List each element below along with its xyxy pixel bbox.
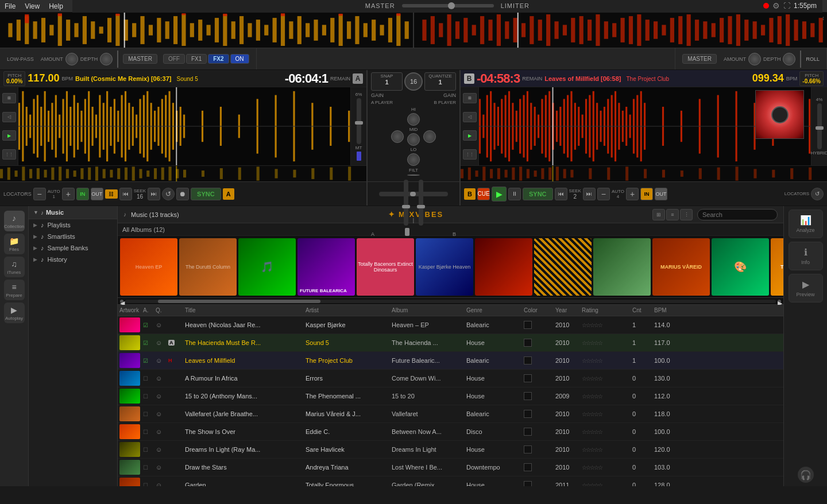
deck-b-cue-btn[interactable]: ◁ [463,112,477,122]
deck-b-minus-btn[interactable]: − [597,188,610,200]
fader-a[interactable] [404,180,408,226]
deck-b-cue-btn[interactable]: CUE [477,188,490,200]
headphone-btn[interactable]: 🎧 [798,467,814,483]
master-slider[interactable] [402,4,494,7]
deck-b-in-btn[interactable]: IN [640,188,653,200]
deck-b-out-btn[interactable]: OUT [655,188,667,200]
info-btn[interactable]: ℹ Info [789,242,823,270]
pitch-slider-a[interactable] [357,98,361,144]
deck-b-locator-btn[interactable]: ↺ [811,188,824,200]
track-row[interactable]: ☐ ☺ 15 to 20 (Anthony Mans... The Phenom… [118,387,783,405]
analyze-btn[interactable]: 📊 Analyze [789,210,823,238]
album-thumb-9[interactable]: MARIUS VÅREID [652,238,710,296]
album-thumb-8[interactable] [593,238,651,296]
fx-on-btn[interactable]: ON [230,54,249,64]
menu-file[interactable]: File [5,2,16,10]
deck-b-mini-waveform[interactable] [461,165,827,181]
sidebar-icon-itunes[interactable]: ♫ iTunes [4,257,25,277]
deck-a-out-btn[interactable]: OUT [91,188,103,200]
fx-off-btn[interactable]: OFF [163,54,185,64]
waveform-overview-left[interactable] [0,13,413,48]
gain-knob-left[interactable] [391,130,404,143]
track-row[interactable]: ☐ ☺ A Rumour In Africa Errors Come Down … [118,370,783,387]
fader-b[interactable] [419,180,423,226]
album-thumb-3[interactable]: FUTURE BALEARICA [297,238,355,296]
sidebar-item-samplebanks[interactable]: ▶ ♪ Sample Banks [29,242,117,254]
track-row[interactable]: ☐ ☺ Dreams In Light (Ray Ma... Sare Havl… [118,441,783,459]
track-row[interactable]: ☐ ☺ Garden Totally Enormous... Garden (R… [118,476,783,486]
deck-a-rew-btn[interactable]: ⏮ [119,188,132,200]
deck-a-link-btn[interactable]: ⛓ [105,189,118,199]
deck-b-rew-btn[interactable]: ⏮ [555,188,567,200]
deck-a-mini-waveform[interactable] [0,165,366,181]
waveform-overview-right[interactable] [413,13,827,48]
menu-help[interactable]: Help [49,2,63,10]
album-thumb-0[interactable]: Heaven EP [120,238,177,296]
search-input[interactable] [697,209,778,220]
deck-b-loop-btn[interactable]: ⊞ [463,93,477,103]
track-row[interactable]: ☐ ☺ Draw the Stars Andreya Triana Lost W… [118,459,783,476]
deck-a-deck-id-btn[interactable]: A [223,188,234,200]
sidebar-music-header[interactable]: ▼ ♪ Music [29,206,117,219]
track-row[interactable]: ☑ ☺ A The Hacienda Must Be R... Sound 5 … [118,334,783,352]
deck-b-sync-btn[interactable]: SYNC [523,188,553,200]
deck-b-grid-btn[interactable]: ⋮⋮ [463,149,477,160]
sidebar-icon-prepare[interactable]: ≡ Prepare [4,280,25,300]
deck-a-in-btn[interactable]: IN [76,188,89,200]
fx2-btn[interactable]: FX2 [208,54,229,64]
menu-view[interactable]: View [25,2,40,10]
scrollbar-track[interactable] [125,300,776,303]
view-grid-btn[interactable]: ⊞ [652,209,665,220]
album-thumb-4[interactable]: Totally Bacenors Extinct Dinosaurs [357,238,414,296]
deck-a-fwd-btn[interactable]: ⏭ [148,188,160,200]
deck-a-sync-btn[interactable]: SYNC [191,188,221,200]
lo-knob[interactable] [407,153,420,166]
master-btn-left[interactable]: MASTER [123,54,157,64]
preview-btn[interactable]: ▶ Preview [789,274,823,303]
view-list-btn[interactable]: ≡ [666,209,679,220]
sidebar-item-playlists[interactable]: ▶ ♪ Playlists [29,219,117,231]
settings-icon[interactable]: ⚙ [772,1,780,10]
album-thumb-10[interactable]: 🎨 [712,238,769,296]
album-thumb-11[interactable]: Timmy Thomas [771,238,783,296]
amount-knob-left[interactable] [65,53,78,65]
album-thumb-2[interactable]: 🎵 [238,238,296,296]
deck-a-waveform[interactable]: ⊞ ◁ ▶ ⋮⋮ 6% MT [0,87,366,165]
album-thumb-6[interactable] [475,238,532,296]
sidebar-icon-files[interactable]: 📁 Files [4,234,25,254]
waveform-overview[interactable]: ↕ [0,13,827,48]
deck-a-grid-btn[interactable]: ⋮⋮ [2,149,16,160]
deck-b-play-btn[interactable]: ▶ [492,187,507,201]
deck-b-play-btn[interactable]: ▶ [463,130,477,141]
scroll-right-btn[interactable]: ▶ [778,300,781,303]
deck-a-plus-btn[interactable]: + [62,188,75,200]
album-scrollbar[interactable]: ◀ ▶ [118,298,783,305]
deck-b-deck-id-btn[interactable]: B [464,188,476,200]
scroll-left-btn[interactable]: ◀ [120,300,123,303]
hi-knob[interactable] [407,113,420,126]
track-row[interactable]: ☑ ☺ H Leaves of Millfield The Project Cl… [118,352,783,370]
track-row[interactable]: ☑ ☺ Heaven (Nicolas Jaar Re... Kasper Bj… [118,316,783,334]
gain-knob-right[interactable] [423,130,436,143]
album-strip[interactable]: Heaven EP The Durutti Column 🎵 FUTURE BA… [118,236,783,298]
crossfader-center[interactable]: 16 [404,72,423,91]
deck-b-waveform[interactable]: 4% HYBRID ⊞ ◁ ▶ ⋮⋮ [461,87,827,165]
master-btn-right[interactable]: MASTER [682,54,717,64]
deck-a-play-btn[interactable]: ▶ [2,130,16,141]
sidebar-item-smartlists[interactable]: ▶ ♪ Smartlists [29,231,117,242]
deck-b-fwd-btn[interactable]: ⏭ [583,188,596,200]
depth-knob-right[interactable] [783,53,795,65]
album-thumb-5[interactable]: Kasper Bjørke Heaven [416,238,473,296]
deck-b-plus-btn[interactable]: + [626,188,639,200]
album-thumb-1[interactable]: The Durutti Column [179,238,237,296]
sidebar-item-history[interactable]: ▶ ♪ History [29,254,117,265]
deck-a-cue-btn2[interactable]: ⏺ [176,188,189,200]
scroll-indicator[interactable]: ↕ [822,15,825,21]
mid-knob[interactable] [407,133,420,146]
deck-b-pause-btn[interactable]: ⏸ [508,188,521,200]
view-details-btn[interactable]: ⋮ [680,209,693,220]
filt-knob[interactable] [407,175,420,176]
fullscreen-icon[interactable]: ⛶ [783,2,790,10]
album-thumb-7[interactable] [534,238,592,296]
track-row[interactable]: ☐ ☺ The Show Is Over Eddie C. Between No… [118,423,783,441]
